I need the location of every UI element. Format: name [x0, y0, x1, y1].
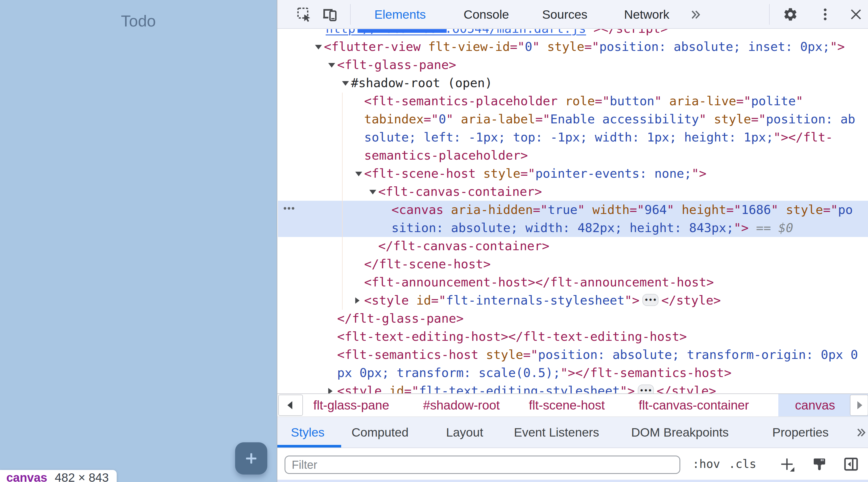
sidebar-tab-event-listeners[interactable]: Event Listeners — [514, 417, 599, 448]
expand-arrow-icon[interactable] — [369, 190, 376, 194]
dom-tree-row[interactable]: #shadow-root (open) — [351, 74, 492, 92]
add-todo-fab[interactable] — [235, 442, 267, 475]
inspect-element-icon[interactable] — [296, 7, 312, 22]
dom-tree-row[interactable]: </flt-glass-pane> — [337, 309, 464, 328]
breadcrumb-scroll-right-button[interactable] — [850, 395, 868, 416]
sidebar-tab-styles[interactable]: Styles — [291, 417, 324, 448]
right-triangle-icon — [857, 401, 862, 409]
element-size-tooltip: canvas 482 × 843 — [0, 470, 117, 482]
tooltip-element-name: canvas — [6, 471, 47, 482]
devtools-tab-console[interactable]: Console — [464, 0, 509, 29]
more-sidebar-tabs-icon[interactable] — [855, 426, 867, 439]
left-triangle-icon — [287, 401, 292, 409]
more-tabs-icon[interactable] — [689, 8, 702, 21]
node-overflow-dots-icon[interactable] — [284, 207, 294, 210]
inline-expand-icon[interactable]: ••• — [638, 385, 654, 394]
more-options-kebab-icon[interactable] — [817, 7, 833, 22]
breadcrumb-item-flt-canvas-container[interactable]: flt-canvas-container — [639, 394, 749, 416]
devtools-bottom-strip — [277, 480, 868, 482]
breadcrumb-item-flt-scene-host[interactable]: flt-scene-host — [529, 394, 605, 416]
sidebar-tab-dom-breakpoints[interactable]: DOM Breakpoints — [631, 417, 728, 448]
dom-tree-row[interactable]: <canvas aria-hidden="true" width="964" h… — [392, 201, 853, 219]
toggle-sidebar-panel-icon[interactable] — [843, 456, 859, 472]
settings-gear-icon[interactable] — [783, 7, 798, 22]
close-devtools-icon[interactable] — [848, 7, 864, 22]
styles-filter-input[interactable] — [284, 456, 680, 474]
dom-tree-row[interactable]: </flt-canvas-container> — [378, 237, 549, 255]
tooltip-element-dimensions: 482 × 843 — [55, 471, 108, 482]
sidebar-tab-computed[interactable]: Computed — [351, 417, 408, 448]
sidebar-tab-properties[interactable]: Properties — [772, 417, 829, 448]
styles-filter-bar: :hov .cls — [277, 448, 868, 480]
expand-arrow-icon[interactable] — [355, 297, 360, 304]
dom-tree-row[interactable]: <flt-canvas-container> — [378, 183, 542, 201]
dom-tree-row[interactable]: <flt-text-editing-host></flt-text-editin… — [337, 328, 687, 346]
dom-tree-row[interactable]: sition: absolute; width: 482px; height: … — [392, 219, 793, 237]
selected-tab-underline — [277, 445, 341, 448]
devtools-tab-network[interactable]: Network — [624, 0, 670, 29]
breadcrumb-item-flt-glass-pane[interactable]: flt-glass-pane — [313, 394, 389, 416]
sidebar-tab-layout[interactable]: Layout — [446, 417, 483, 448]
dom-tree-row[interactable]: <flt-scene-host style="pointer-events: n… — [364, 164, 707, 183]
text-selection-highlight — [358, 29, 447, 33]
devtools-panel: ElementsConsoleSourcesNetwork http://loc… — [277, 0, 868, 482]
dom-tree-row[interactable]: solute; left: -1px; top: -1px; width: 1p… — [364, 128, 833, 146]
plus-icon — [245, 452, 257, 465]
pseudo-class-toggle[interactable]: :hov — [692, 448, 720, 480]
dom-tree-row[interactable]: semantics-placeholder> — [364, 146, 528, 164]
devtools-tab-elements[interactable]: Elements — [374, 0, 426, 29]
sidebar-tab-strip: StylesComputedLayoutEvent ListenersDOM B… — [277, 417, 868, 448]
dom-tree-row[interactable]: </flt-scene-host> — [364, 255, 491, 273]
devtools-toolbar: ElementsConsoleSourcesNetwork — [277, 0, 868, 29]
expand-arrow-icon[interactable] — [315, 45, 322, 50]
breadcrumb-bar: flt-glass-pane#shadow-rootflt-scene-host… — [277, 393, 868, 417]
breadcrumb-item-shadow-root[interactable]: #shadow-root — [423, 394, 500, 416]
toolbar-divider — [769, 4, 770, 25]
flutter-app-page: Todo canvas 482 × 843 — [0, 0, 277, 482]
toolbar-divider — [350, 4, 351, 25]
elements-dom-tree: http://localhost:60544/main.dart.js"></s… — [278, 29, 868, 393]
inline-expand-icon[interactable]: ••• — [642, 294, 658, 306]
class-toggle[interactable]: .cls — [728, 448, 756, 480]
dom-tree-row[interactable]: <flt-semantics-placeholder role="button"… — [364, 92, 803, 110]
new-style-rule-icon[interactable] — [779, 456, 795, 472]
dom-tree-row[interactable]: px 0px; transform: scale(0.5);"></flt-se… — [337, 364, 732, 382]
expand-arrow-icon[interactable] — [328, 388, 333, 393]
paint-brush-icon[interactable] — [811, 456, 828, 472]
dom-tree-row[interactable]: <flt-announcement-host></flt-announcemen… — [364, 273, 714, 291]
expand-arrow-icon[interactable] — [328, 63, 335, 68]
dom-tree-row[interactable]: <style id="flt-text-editing-stylesheet">… — [337, 382, 716, 393]
dom-tree-row[interactable]: <flt-glass-pane> — [337, 56, 456, 74]
dom-tree-row[interactable]: <flt-semantics-host style="position: abs… — [337, 346, 858, 364]
expand-arrow-icon[interactable] — [342, 81, 349, 86]
expand-arrow-icon[interactable] — [355, 172, 362, 176]
app-title: Todo — [0, 11, 277, 30]
devtools-tab-sources[interactable]: Sources — [542, 0, 587, 29]
tree-indent-guide — [342, 93, 343, 310]
breadcrumb-item-canvas[interactable]: canvas — [795, 394, 835, 416]
dom-tree-row[interactable]: <flutter-view flt-view-id="0" style="pos… — [324, 38, 845, 56]
device-toolbar-icon[interactable] — [322, 7, 337, 22]
dom-tree-row[interactable]: <style id="flt-internals-stylesheet">•••… — [364, 291, 721, 309]
breadcrumb-scroll-left-button[interactable] — [278, 395, 303, 416]
dom-tree-row[interactable]: tabindex="0" aria-label="Enable accessib… — [364, 110, 855, 128]
